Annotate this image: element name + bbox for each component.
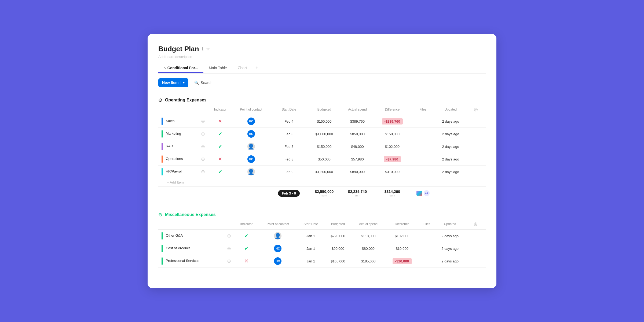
misc-row-budgeted-cell: $165,000 (324, 255, 352, 268)
collapse-icon[interactable]: ⊖ (158, 97, 162, 103)
misc-row-name-cell: Other G&A (158, 230, 224, 242)
row-files-cell[interactable] (411, 128, 435, 140)
misc-row-files-cell[interactable] (419, 255, 434, 268)
misc-add-column-icon[interactable]: ⊕ (471, 221, 481, 227)
col-actual-spend: Actual spend (341, 104, 374, 115)
table-row: Professional Services ⊕ ✕ HC Jan 1 $165,… (158, 255, 486, 268)
tab-conditional[interactable]: ⌂ Conditional For... (158, 64, 203, 73)
add-row-icon[interactable]: ⊕ (201, 119, 205, 124)
misc-row-indicator-cell: ✕ (235, 255, 258, 268)
search-button[interactable]: 🔍 Search (192, 78, 215, 87)
avatar-person: 👤 (247, 143, 255, 150)
add-column-icon[interactable]: ⊕ (471, 107, 481, 112)
toolbar-row: New Item ▾ 🔍 Search (158, 78, 486, 87)
add-row-icon[interactable]: ⊕ (201, 156, 205, 162)
avatar-person: 👤 (247, 168, 255, 175)
row-files-cell[interactable] (411, 166, 435, 178)
page-title-row: Budget Plan ℹ ☆ (158, 45, 486, 53)
board-description[interactable]: Add board description (158, 55, 486, 59)
row-color-bar (162, 118, 163, 125)
row-add-cell[interactable]: ⊕ (197, 128, 208, 140)
new-item-dropdown-arrow[interactable]: ▾ (181, 81, 185, 85)
summary-diff-value: $314,260 (385, 189, 400, 194)
misc-row-add-cell[interactable]: ⊕ (224, 255, 235, 268)
col-add (197, 104, 208, 115)
misc-row-start-date-cell: Jan 1 (297, 230, 324, 242)
misc-row-name: Other G&A (166, 233, 183, 237)
add-item-row[interactable]: + Add Item (158, 178, 486, 187)
misc-row-budgeted-cell: $90,000 (324, 242, 352, 255)
row-actual-spend-cell: $890,000 (341, 166, 374, 178)
misc-add-row-icon[interactable]: ⊕ (227, 233, 231, 239)
misc-row-start-date-cell: Jan 1 (297, 242, 324, 255)
add-tab-button[interactable]: + (252, 63, 262, 73)
row-name-cell: HR/Payroll (158, 166, 197, 178)
add-row-icon[interactable]: ⊕ (201, 144, 205, 149)
misc-row-actual-spend-cell: $80,000 (352, 242, 385, 255)
file-thumbnail[interactable] (419, 144, 427, 149)
misc-col-indicator: Indicator (235, 219, 258, 230)
row-add-cell[interactable]: ⊕ (197, 166, 208, 178)
row-files-cell[interactable] (411, 153, 435, 166)
misc-col-budgeted: Budgeted (324, 219, 352, 230)
star-icon[interactable]: ☆ (206, 46, 210, 52)
misc-add-row-icon[interactable]: ⊕ (227, 258, 231, 264)
misc-row-files-cell[interactable] (419, 242, 434, 255)
add-item-label[interactable]: + Add Item (167, 180, 184, 184)
diff-value: $10,000 (396, 247, 408, 251)
misc-row-budgeted-cell: $220,000 (324, 230, 352, 242)
row-budgeted-cell: $1,200,000 (308, 166, 341, 178)
misc-row-add-cell[interactable]: ⊕ (224, 230, 235, 242)
misc-collapse-icon[interactable]: ⊖ (158, 212, 162, 218)
misc-col-add-column[interactable]: ⊕ (466, 219, 486, 230)
row-color-bar (162, 168, 163, 175)
summary-budgeted-label: sum (309, 194, 339, 197)
new-item-button[interactable]: New Item ▾ (158, 78, 188, 87)
app-window: Budget Plan ℹ ☆ Add board description ⌂ … (148, 34, 496, 288)
misc-table-header-row: Indicator Point of contact Start Date Bu… (158, 219, 486, 230)
row-indicator-cell: ✔ (208, 166, 232, 178)
row-updated-cell: 2 days ago (435, 166, 466, 178)
row-name-cell: Sales (158, 115, 197, 128)
row-name: R&D (166, 144, 173, 148)
misc-row-actual-spend-cell: $185,000 (352, 255, 385, 268)
summary-file-count: +2 (424, 190, 430, 196)
misc-row-name-cell: Professional Services (158, 255, 224, 268)
row-updated-cell: 2 days ago (435, 128, 466, 140)
info-icon[interactable]: ℹ (202, 46, 203, 52)
row-updated-cell: 2 days ago (435, 115, 466, 128)
col-add-column[interactable]: ⊕ (466, 104, 486, 115)
tab-chart[interactable]: Chart (232, 64, 252, 73)
misc-col-add (224, 219, 235, 230)
row-add-cell[interactable]: ⊕ (197, 153, 208, 166)
row-color-bar (162, 232, 163, 240)
tab-main-table[interactable]: Main Table (203, 64, 232, 73)
row-contact-cell: HC (232, 115, 270, 128)
add-row-icon[interactable]: ⊕ (201, 169, 205, 174)
row-add-cell[interactable]: ⊕ (197, 115, 208, 128)
summary-extra (466, 187, 486, 200)
row-budgeted-cell: $1,000,000 (308, 128, 341, 140)
row-updated-cell: 2 days ago (435, 140, 466, 153)
file-thumbnail[interactable] (419, 118, 427, 124)
avatar: HC (247, 130, 255, 138)
misc-row-add-cell[interactable]: ⊕ (224, 242, 235, 255)
file-thumbnail[interactable] (419, 169, 427, 175)
misc-row-files-cell[interactable] (419, 230, 434, 242)
row-extra-cell (466, 115, 486, 128)
add-item-cell[interactable]: + Add Item (158, 178, 486, 187)
row-color-bar (162, 257, 163, 265)
row-actual-spend-cell: $57,980 (341, 153, 374, 166)
row-add-cell[interactable]: ⊕ (197, 140, 208, 153)
row-files-cell[interactable] (411, 115, 435, 128)
row-files-cell[interactable] (411, 140, 435, 153)
diff-value: $102,000 (385, 145, 400, 149)
row-budgeted-cell: $150,000 (308, 140, 341, 153)
row-difference-cell: $102,000 (374, 140, 411, 153)
misc-add-row-icon[interactable]: ⊕ (227, 246, 231, 251)
row-start-date-cell: Feb 5 (270, 140, 308, 153)
row-contact-cell: 👤 (232, 166, 270, 178)
add-row-icon[interactable]: ⊕ (201, 131, 205, 137)
misc-row-name: Cost of Product (166, 246, 190, 250)
misc-col-name (158, 219, 224, 230)
